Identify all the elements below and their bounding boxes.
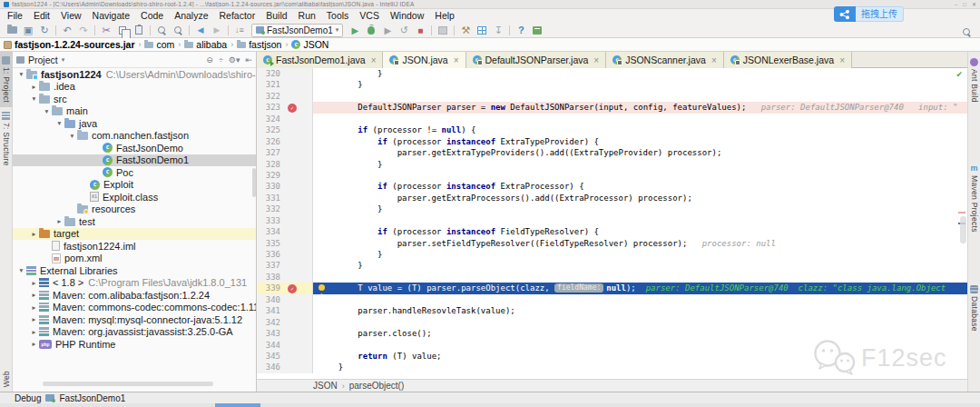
cut-icon[interactable]: ✂	[98, 24, 114, 37]
menu-item-window[interactable]: Window	[385, 9, 429, 23]
breadcrumb-json[interactable]: cJSON	[291, 39, 328, 50]
tool-button-7-structure[interactable]: 7: Structure	[0, 107, 13, 171]
gutter-344[interactable]: 344	[257, 340, 313, 351]
gutter-320[interactable]: 320	[257, 68, 313, 79]
tree-item-main[interactable]: ▾main	[13, 105, 256, 118]
tree-item-exploit[interactable]: cExploit	[13, 179, 256, 192]
tree-item-fastjsondemo[interactable]: cFastJsonDemo	[13, 142, 256, 154]
tool-button-ant-build[interactable]: Ant Build	[968, 54, 980, 107]
gutter-326[interactable]: 326	[257, 136, 313, 147]
breakpoint-icon[interactable]: ✓	[288, 104, 297, 113]
gutter-332[interactable]: 332	[257, 204, 313, 214]
gutter-340[interactable]: 340	[257, 294, 313, 305]
gutter-339[interactable]: 339✓	[257, 283, 313, 293]
gear-icon[interactable]: ⚙▾	[229, 55, 240, 65]
download-icon[interactable]: ↧	[490, 24, 506, 37]
project-vertical-scrollbar[interactable]	[252, 168, 256, 197]
replace-icon[interactable]	[170, 24, 186, 37]
close-icon[interactable]: ×	[711, 55, 717, 65]
menu-item-build[interactable]: Build	[260, 9, 292, 23]
debug-icon[interactable]	[363, 24, 379, 37]
sync-icon[interactable]: ↻	[36, 24, 53, 37]
editor-tab-jsonscanner-java[interactable]: cJSONScanner.java×	[606, 52, 724, 68]
close-icon[interactable]: ×	[371, 55, 377, 65]
gutter-341[interactable]: 341	[257, 305, 313, 316]
gutter-327[interactable]: 327	[257, 147, 313, 158]
breakpoint-icon[interactable]: ✓	[288, 284, 297, 293]
tree-item-com-nanchen-fastjson[interactable]: ▾com.nanchen.fastjson	[13, 130, 256, 143]
close-icon[interactable]: ×	[454, 55, 459, 65]
breadcrumb-com[interactable]: com	[144, 39, 174, 50]
plugin-icon[interactable]	[529, 24, 545, 37]
find-icon[interactable]	[153, 24, 170, 37]
editor-tab-fastjsondemo1-java[interactable]: cFastJsonDemo1.java×	[257, 52, 383, 68]
tree-item-java[interactable]: ▾java	[13, 117, 256, 130]
close-button[interactable]: ✕	[972, 0, 976, 9]
sort-icon[interactable]: ↓≡	[231, 24, 248, 37]
breadcrumb-alibaba[interactable]: alibaba	[184, 39, 227, 50]
save-all-icon[interactable]: ▣	[20, 24, 36, 37]
menu-item-file[interactable]: File	[2, 9, 28, 23]
gutter-333[interactable]: 333	[257, 215, 313, 226]
help-icon[interactable]: ?	[513, 24, 529, 37]
code-editor[interactable]: 320 }321 }322323✓ DefaultJSONParser pars…	[257, 68, 967, 373]
tree-collapsed-icon[interactable]: ▸	[29, 328, 39, 336]
menu-item-view[interactable]: View	[55, 9, 87, 23]
tree-expanded-icon[interactable]: ▾	[67, 132, 77, 140]
menu-item-navigate[interactable]: Navigate	[87, 9, 135, 23]
settings-wrench-icon[interactable]: ⚒	[457, 24, 474, 37]
tree-expanded-icon[interactable]: ▾	[29, 94, 39, 103]
gutter-336[interactable]: 336	[257, 249, 313, 260]
gutter-330[interactable]: 330	[257, 181, 313, 192]
tree-item-pom-xml[interactable]: mpom.xml	[13, 253, 256, 265]
tree-expanded-icon[interactable]: ▾	[42, 107, 52, 115]
tool-button-maven-projects[interactable]: mMaven Projects	[968, 160, 980, 237]
tree-item-fastjson1224[interactable]: ▾fastjson1224C:\Users\Admin\Downloads\sh…	[13, 68, 256, 81]
close-icon[interactable]: ×	[593, 55, 599, 65]
tree-collapsed-icon[interactable]: ▸	[54, 217, 64, 225]
menu-item-help[interactable]: Help	[429, 9, 460, 23]
menu-item-analyze[interactable]: Analyze	[169, 9, 213, 23]
split-icon[interactable]: ÷	[219, 55, 223, 65]
copy-icon[interactable]	[114, 24, 131, 37]
tree-item-external-libraries[interactable]: ▾External Libraries	[13, 264, 256, 277]
gutter-324[interactable]: 324	[257, 114, 313, 124]
menu-item-vcs[interactable]: VCS	[354, 9, 385, 23]
tree-collapsed-icon[interactable]: ▸	[29, 230, 39, 238]
tree-item-idea[interactable]: ▸.idea	[13, 81, 256, 94]
open-folder-icon[interactable]	[4, 24, 20, 37]
menu-item-edit[interactable]: Edit	[28, 9, 55, 23]
gutter-342[interactable]: 342	[257, 317, 313, 328]
tree-item-resources[interactable]: resources	[13, 204, 256, 216]
tree-expanded-icon[interactable]: ▾	[54, 119, 64, 127]
gutter-335[interactable]: 335	[257, 238, 313, 249]
tree-collapsed-icon[interactable]: ▸	[29, 291, 39, 299]
tree-collapsed-icon[interactable]: ▸	[29, 315, 39, 323]
gutter-345[interactable]: 345	[257, 351, 313, 362]
collapse-all-icon[interactable]: ⊖	[206, 55, 213, 65]
project-horizontal-scrollbar[interactable]	[43, 382, 213, 386]
tree-item-maven-org-javassist-javassist-3-25-0-ga[interactable]: ▸Maven: org.javassist:javassist:3.25.0-G…	[13, 326, 256, 339]
coverage-icon[interactable]: ▶	[379, 24, 396, 37]
maximize-button[interactable]: □	[963, 0, 966, 9]
tree-collapsed-icon[interactable]: ▸	[29, 83, 39, 91]
breadcrumb-fastjson-1-2-24-sources-jar[interactable]: fastjson-1.2.24-sources.jar	[4, 39, 134, 50]
menu-item-tools[interactable]: Tools	[321, 9, 355, 23]
gutter-337[interactable]: 337	[257, 260, 313, 271]
run-icon[interactable]: ▶	[347, 24, 363, 37]
close-icon[interactable]: ×	[839, 55, 845, 65]
editor-tab-json-java[interactable]: cJSON.java×	[383, 52, 466, 68]
editor-breadcrumb-parseobject[interactable]: parseObject()	[349, 381, 405, 391]
menu-item-run[interactable]: Run	[293, 9, 321, 23]
attach-debugger-icon[interactable]	[435, 24, 451, 37]
tree-item-maven-mysql-mysql-connector-java-5-1-12[interactable]: ▸Maven: mysql:mysql-connector-java:5.1.1…	[13, 313, 256, 326]
tool-button-database[interactable]: Database	[968, 281, 980, 336]
debug-toolwindow-bar[interactable]: Debug FastJsonDemo1	[0, 392, 980, 403]
tree-item-exploit-class[interactable]: 01Exploit.class	[13, 191, 256, 204]
tool-button-1-project[interactable]: 1: Project	[0, 52, 13, 107]
breadcrumb-fastjson[interactable]: fastjson	[237, 39, 281, 50]
editor-tab-defaultjsonparser-java[interactable]: cDefaultJSONParser.java×	[466, 52, 607, 68]
editor-tab-jsonlexerbase-java[interactable]: cJSONLexerBase.java×	[724, 52, 852, 68]
gutter-323[interactable]: 323✓	[257, 102, 313, 113]
minimize-button[interactable]: –	[955, 0, 957, 9]
